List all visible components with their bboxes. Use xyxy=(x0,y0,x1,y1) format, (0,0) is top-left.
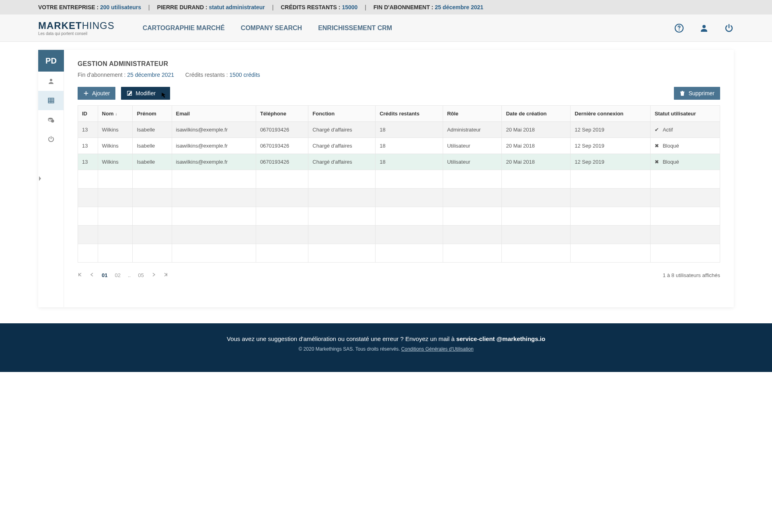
pager-page-1[interactable]: 01 xyxy=(102,272,107,278)
th-role[interactable]: Rôle xyxy=(443,106,502,122)
table-row-empty xyxy=(78,207,720,226)
add-button[interactable]: Ajouter xyxy=(78,87,115,100)
nav-company-search[interactable]: COMPANY SEARCH xyxy=(241,25,302,32)
sidebar-user-icon[interactable] xyxy=(38,72,64,91)
trash-icon xyxy=(680,90,685,96)
th-status[interactable]: Statut utilisateur xyxy=(651,106,720,122)
svg-point-3 xyxy=(50,79,52,81)
sidebar-power-icon[interactable] xyxy=(38,129,64,149)
svg-rect-4 xyxy=(48,98,54,103)
table-row[interactable]: 13WilkinsIsabelleisawilkins@exemple.fr06… xyxy=(78,122,720,138)
pager-first-icon[interactable] xyxy=(78,272,82,278)
nav-enrichissement[interactable]: ENRICHISSEMENT CRM xyxy=(318,25,392,32)
delete-button-label: Supprimer xyxy=(688,90,715,97)
page-subtitle: Fin d'abonnement : 25 décembre 2021 Créd… xyxy=(78,72,720,78)
footer-suggestion: Vous avez une suggestion d'amélioration … xyxy=(8,335,764,342)
pager-count: 1 à 8 utilisateurs affichés xyxy=(663,272,720,278)
page-title: GESTION ADMINISTRATEUR xyxy=(78,60,720,68)
footer-cgu-link[interactable]: Conditions Générales d'Utilisation xyxy=(401,346,474,352)
power-icon[interactable] xyxy=(724,23,734,33)
users-table: ID Nom↓ Prénom Email Téléphone Fonction … xyxy=(78,105,720,263)
footer: Vous avez une suggestion d'amélioration … xyxy=(0,323,772,372)
admin-panel: PD GESTION ADMINISTRATEUR Fin d'abonneme… xyxy=(38,50,734,307)
credits-label: CRÉDITS RESTANTS : xyxy=(281,4,340,10)
table-row[interactable]: 13WilkinsIsabelleisawilkins@exemple.fr06… xyxy=(78,138,720,154)
pager-ellipsis: .. xyxy=(128,272,131,278)
table-row-empty xyxy=(78,189,720,207)
pager-next-icon[interactable] xyxy=(151,272,156,278)
svg-point-10 xyxy=(51,119,54,123)
company-label: VOTRE ENTREPRISE : xyxy=(38,4,99,10)
pager-prev-icon[interactable] xyxy=(90,272,94,278)
svg-point-2 xyxy=(702,25,706,28)
sidebar-table-icon[interactable] xyxy=(38,91,64,110)
th-last[interactable]: Dernière connexion xyxy=(571,106,651,122)
content-area: GESTION ADMINISTRATEUR Fin d'abonnement … xyxy=(64,50,734,307)
header: MARKETHINGS Les data qui portent conseil… xyxy=(0,14,772,42)
pager-last-icon[interactable] xyxy=(163,272,168,278)
sort-down-icon: ↓ xyxy=(115,112,117,116)
table-row[interactable]: 13WilkinsIsabelleisawilkins@exemple.fr06… xyxy=(78,154,720,170)
edit-button-label: Modifier xyxy=(136,90,156,97)
add-button-label: Ajouter xyxy=(92,90,110,97)
th-credits[interactable]: Crédits restants xyxy=(376,106,443,122)
credits-value: 15000 xyxy=(342,4,357,10)
check-icon: ✔ xyxy=(655,127,659,133)
x-icon: ✖ xyxy=(655,159,659,165)
th-fonction[interactable]: Fonction xyxy=(308,106,376,122)
th-prenom[interactable]: Prénom xyxy=(133,106,172,122)
svg-point-1 xyxy=(679,29,680,30)
delete-button[interactable]: Supprimer xyxy=(674,87,720,100)
table-header-row: ID Nom↓ Prénom Email Téléphone Fonction … xyxy=(78,106,720,122)
plus-icon xyxy=(83,90,89,96)
primary-nav: CARTOGRAPHIE MARCHÉ COMPANY SEARCH ENRIC… xyxy=(143,25,674,32)
table-row-empty xyxy=(78,170,720,189)
edit-button[interactable]: Modifier xyxy=(121,87,170,100)
pager-page-5[interactable]: 05 xyxy=(138,272,144,278)
logo-rest: HINGS xyxy=(82,20,115,31)
logo[interactable]: MARKETHINGS Les data qui portent conseil xyxy=(38,20,115,36)
expand-sidebar-icon[interactable] xyxy=(37,173,43,185)
th-email[interactable]: Email xyxy=(172,106,256,122)
th-nom[interactable]: Nom↓ xyxy=(98,106,133,122)
user-value: statut administrateur xyxy=(209,4,265,10)
edit-icon xyxy=(127,90,132,96)
help-icon[interactable] xyxy=(674,23,684,33)
logo-bold: MARKET xyxy=(38,20,82,31)
company-value: 200 utilisateurs xyxy=(100,4,141,10)
avatar[interactable]: PD xyxy=(38,50,64,72)
svg-point-9 xyxy=(48,118,53,120)
top-info-bar: VOTRE ENTREPRISE : 200 utilisateurs | PI… xyxy=(0,0,772,14)
th-created[interactable]: Date de création xyxy=(502,106,571,122)
th-id[interactable]: ID xyxy=(78,106,98,122)
user-label: PIERRE DURAND : xyxy=(157,4,207,10)
toolbar: Ajouter Modifier Supprimer xyxy=(78,87,720,100)
pager-page-2[interactable]: 02 xyxy=(115,272,120,278)
end-label: FIN D'ABONNEMENT : xyxy=(374,4,433,10)
table-row-empty xyxy=(78,226,720,244)
user-icon[interactable] xyxy=(699,23,709,33)
footer-copyright: © 2020 Markethings SAS. Tous droits rése… xyxy=(8,346,764,352)
th-telephone[interactable]: Téléphone xyxy=(256,106,308,122)
pagination: 01 02 .. 05 xyxy=(78,272,168,278)
cursor-icon xyxy=(161,92,167,98)
end-value: 25 décembre 2021 xyxy=(435,4,483,10)
table-row-empty xyxy=(78,244,720,263)
nav-cartographie[interactable]: CARTOGRAPHIE MARCHÉ xyxy=(143,25,225,32)
logo-tagline: Les data qui portent conseil xyxy=(38,31,115,36)
x-icon: ✖ xyxy=(655,143,659,149)
sidebar-credits-icon[interactable] xyxy=(38,110,64,129)
